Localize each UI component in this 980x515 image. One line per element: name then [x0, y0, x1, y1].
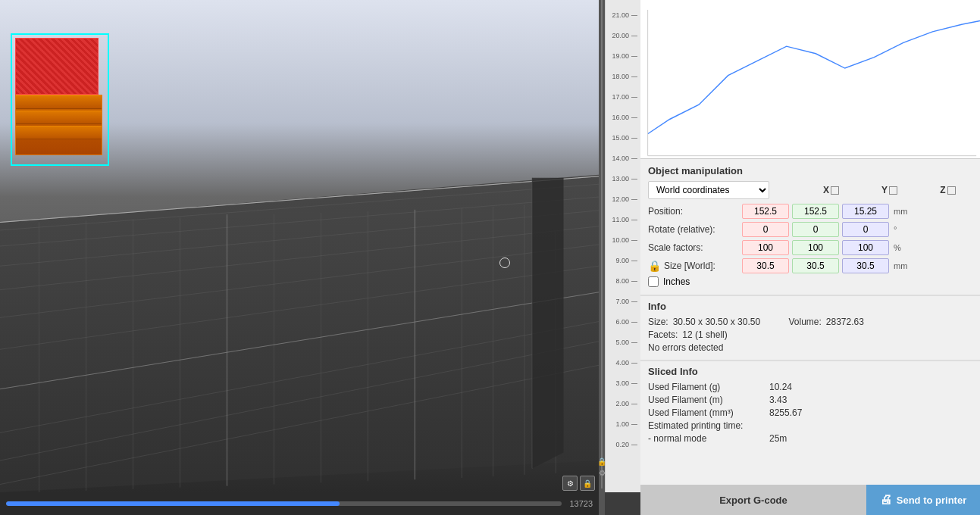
scale-x-input[interactable]	[742, 240, 789, 255]
rotate-y-input[interactable]	[792, 222, 839, 237]
size-label-with-lock: 🔒 Size [World]:	[648, 260, 739, 272]
svg-marker-31	[532, 178, 563, 469]
filament-g-row: Used Filament (g) 10.24	[648, 382, 972, 392]
export-gcode-button[interactable]: Export G-code	[640, 485, 866, 515]
size-z-input[interactable]	[842, 258, 889, 273]
size-label: Size [World]:	[664, 261, 715, 271]
print-time-row: Estimated printing time:	[648, 420, 972, 431]
object-orange-body	[15, 95, 102, 155]
spacer	[640, 451, 980, 485]
info-section: Info Size: 30.50 x 30.50 x 30.50 Volume:…	[640, 295, 980, 360]
size-y-input[interactable]	[792, 258, 839, 273]
svg-marker-1	[0, 175, 599, 492]
ruler-tick: 9.00	[606, 257, 640, 264]
rotate-unit: °	[894, 225, 897, 234]
axis-x-square	[831, 186, 839, 195]
viewport-bottom-icons: ⚙ 🔒	[562, 476, 595, 491]
print-mode-row: - normal mode 25m	[648, 433, 972, 444]
ruler-tick: 15.00	[606, 134, 640, 142]
ruler-tick: 16.00	[606, 114, 640, 121]
info-size-value: 30.50 x 30.50 x 30.50	[673, 317, 760, 327]
3d-viewport[interactable]: 13723 ⚙ 🔒	[0, 0, 599, 515]
send-button-label: Send to printer	[897, 495, 966, 506]
print-time-label: Estimated printing time:	[648, 420, 769, 431]
position-x-input[interactable]	[742, 204, 789, 219]
svg-rect-32	[640, 2, 980, 155]
info-title: Info	[648, 301, 972, 312]
ruler-tick: 20.00	[606, 32, 640, 39]
ruler-tick: 19.00	[606, 52, 640, 60]
filament-g-value: 10.24	[769, 382, 792, 392]
send-to-printer-button[interactable]: 🖨 Send to printer	[866, 485, 980, 515]
info-facets-row: Facets: 12 (1 shell)	[648, 329, 972, 340]
ruler-tick: 11.00	[606, 216, 640, 223]
filament-mm3-value: 8255.67	[769, 407, 802, 418]
info-size-label: Size:	[648, 317, 668, 327]
size-row: 🔒 Size [World]: mm	[648, 258, 972, 273]
printer-icon: 🖨	[880, 493, 892, 507]
axis-z-square	[947, 186, 956, 195]
scale-y-input[interactable]	[792, 240, 839, 255]
scale-unit: %	[894, 243, 901, 252]
scale-z-input[interactable]	[842, 240, 889, 255]
sliced-section: Sliced Info Used Filament (g) 10.24 Used…	[640, 360, 980, 451]
info-size-row: Size: 30.50 x 30.50 x 30.50 Volume: 2837…	[648, 317, 972, 327]
position-unit: mm	[894, 207, 907, 216]
filament-g-label: Used Filament (g)	[648, 382, 769, 392]
ruler-tick: 12.00	[606, 195, 640, 203]
filament-mm3-row: Used Filament (mm³) 8255.67	[648, 407, 972, 418]
position-y-input[interactable]	[792, 204, 839, 219]
axis-labels: X Y Z	[806, 185, 972, 195]
info-facets-label: Facets:	[648, 329, 678, 340]
filament-m-label: Used Filament (m)	[648, 395, 769, 405]
center-bar-line	[601, 0, 603, 488]
viewport-canvas	[0, 0, 599, 492]
3d-object	[15, 38, 102, 155]
ruler-tick: 6.00	[606, 318, 640, 326]
viewport-icon-2[interactable]: 🔒	[580, 476, 595, 491]
info-volume-value: 28372.63	[826, 317, 864, 327]
coord-system-dropdown[interactable]: World coordinatesLocal coordinates	[648, 181, 769, 199]
axis-z-header: Z	[923, 185, 972, 195]
position-z-input[interactable]	[842, 204, 889, 219]
axis-y-header: Y	[865, 185, 914, 195]
position-row: Position: mm	[648, 204, 972, 219]
rotate-x-input[interactable]	[742, 222, 789, 237]
progress-bar-container	[6, 501, 562, 506]
ruler-tick: 17.00	[606, 93, 640, 101]
coord-system-row: World coordinatesLocal coordinates X Y Z	[648, 181, 972, 199]
info-facets-value: 12 (1 shell)	[682, 329, 727, 340]
manipulation-section: Object manipulation World coordinatesLoc…	[640, 159, 980, 295]
print-mode-value: 25m	[769, 433, 787, 444]
ruler-ticks-container: 21.0020.0019.0018.0017.0016.0015.0014.00…	[606, 0, 640, 492]
ruler-tick: 18.00	[606, 73, 640, 80]
inches-row: Inches	[648, 276, 972, 287]
center-bar: 🔒 ⚙	[599, 0, 605, 515]
ruler-tick: 5.00	[606, 339, 640, 346]
filament-m-value: 3.43	[769, 395, 787, 405]
print-mode-label: - normal mode	[648, 433, 769, 444]
progress-bar-fill	[6, 501, 340, 506]
chart-svg	[640, 0, 980, 158]
inches-label: Inches	[663, 276, 690, 287]
ruler-tick: 21.00	[606, 11, 640, 19]
ruler-tick: 2.00	[606, 400, 640, 407]
ruler-tick: 10.00	[606, 236, 640, 244]
center-bar-icons: 🔒 ⚙	[599, 457, 605, 477]
info-volume-label: Volume:	[788, 317, 821, 327]
ruler-tick: 14.00	[606, 154, 640, 162]
manipulation-title: Object manipulation	[648, 165, 972, 176]
sliced-title: Sliced Info	[648, 366, 972, 377]
axis-y-square	[889, 186, 897, 195]
filament-m-row: Used Filament (m) 3.43	[648, 395, 972, 405]
info-separator	[769, 317, 779, 327]
inches-checkbox[interactable]	[648, 276, 659, 287]
ruler-tick: 4.00	[606, 359, 640, 367]
rotate-z-input[interactable]	[842, 222, 889, 237]
viewport-statusbar: 13723	[0, 492, 599, 515]
bottom-buttons: Export G-code 🖨 Send to printer	[640, 485, 980, 515]
ruler-vertical: 21.0020.0019.0018.0017.0016.0015.0014.00…	[605, 0, 640, 492]
size-x-input[interactable]	[742, 258, 789, 273]
object-red-top	[15, 38, 99, 95]
viewport-icon-1[interactable]: ⚙	[562, 476, 578, 491]
